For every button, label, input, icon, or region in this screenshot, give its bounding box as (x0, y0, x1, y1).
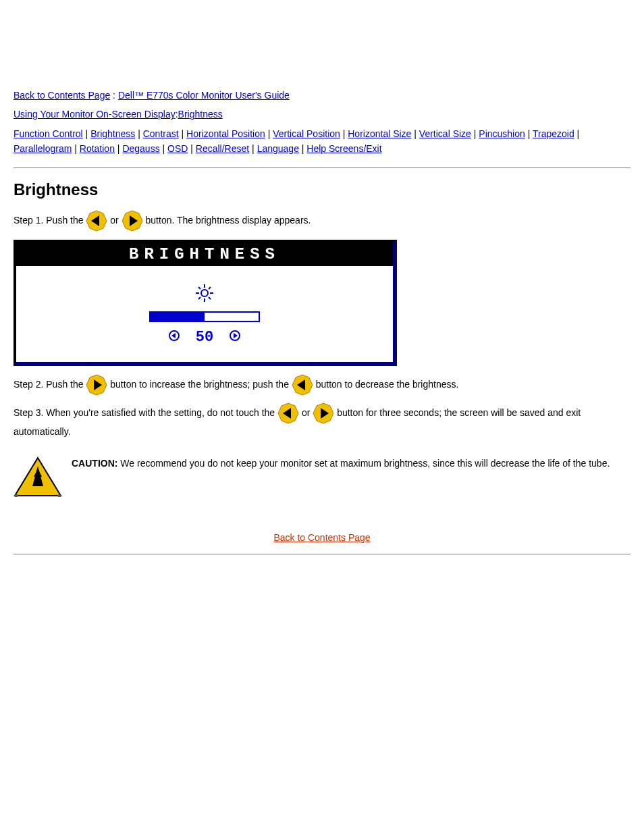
caution-block: CAUTION: We recommend you do not keep yo… (14, 457, 630, 498)
nav-link[interactable]: Horizontal Position (186, 128, 265, 139)
breadcrumb: Back to Contents Page : Dell™ E770s Colo… (14, 88, 630, 103)
step2-prefix: Step 2. Push the (14, 378, 86, 389)
nav-link[interactable]: Vertical Position (273, 128, 340, 139)
nav-link[interactable]: Pincushion (479, 128, 525, 139)
step1-suffix: button. The brightness display appears. (146, 214, 311, 225)
caution-text: CAUTION: We recommend you do not keep yo… (72, 457, 610, 472)
caution-label: CAUTION: (72, 458, 117, 469)
left-arrow-button-icon (292, 374, 313, 396)
nav-sep: | (249, 143, 257, 154)
osd-title: BRIGHTNESS (16, 242, 393, 266)
breadcrumb-sub-parent[interactable]: Using Your Monitor On-Screen Display (14, 109, 176, 120)
breadcrumb-sub-current[interactable]: Brightness (178, 109, 223, 120)
svg-line-10 (209, 297, 211, 299)
nav-sep: | (471, 128, 479, 139)
osd-progress-fill (151, 313, 205, 321)
step-2: Step 2. Push the button to increase the … (14, 374, 630, 396)
breadcrumb-current-link[interactable]: Dell™ E770s Color Monitor User's Guide (118, 90, 290, 101)
caution-triangle-icon (14, 457, 62, 498)
step-3: Step 3. When you're satisfied with the s… (14, 402, 630, 439)
right-arrow-button-icon (122, 210, 143, 232)
nav-link[interactable]: Contrast (143, 128, 179, 139)
nav-sep: | (179, 128, 186, 139)
breadcrumb-sep: : (110, 90, 118, 101)
nav-sep: | (72, 143, 79, 154)
nav-sep: | (265, 128, 273, 139)
nav-sep: | (160, 143, 167, 154)
breadcrumb-parent-link[interactable]: Back to Contents Page (14, 90, 110, 101)
nav-sep: | (574, 128, 580, 139)
osd-right-arrow-icon (230, 329, 240, 346)
nav-sep: | (411, 128, 419, 139)
nav-sep: | (299, 143, 306, 154)
osd-body: 50 (16, 266, 393, 362)
left-arrow-button-icon (277, 402, 299, 424)
nav-link[interactable]: Vertical Size (419, 128, 471, 139)
brightness-sun-icon (195, 284, 214, 305)
step1-mid: or (110, 214, 121, 225)
divider-top (14, 167, 630, 168)
osd-progress-bar (149, 311, 260, 322)
step3-a: Step 3. When you're satisfied with the s… (14, 407, 277, 417)
nav-sep: | (340, 128, 348, 139)
nav-sep: | (525, 128, 533, 139)
divider-bottom (14, 554, 630, 554)
svg-point-28 (14, 494, 18, 497)
step2-mid: button to increase the brightness; push … (110, 378, 292, 389)
nav-link[interactable]: Help Screens/Exit (306, 143, 381, 154)
nav-link[interactable]: Function Control (14, 128, 83, 139)
nav-link[interactable]: Trapezoid (533, 128, 574, 139)
nav-link[interactable]: Degauss (122, 143, 159, 154)
step3-mid: or (302, 407, 313, 417)
step2-suffix: button to decrease the brightness. (316, 378, 459, 389)
nav-link[interactable]: Horizontal Size (348, 128, 411, 139)
svg-line-9 (198, 287, 200, 289)
left-arrow-button-icon (86, 210, 107, 232)
svg-line-12 (198, 297, 200, 299)
back-to-contents-link[interactable]: Back to Contents Page (273, 532, 370, 543)
nav-link[interactable]: OSD (167, 143, 188, 154)
right-arrow-button-icon (86, 374, 107, 396)
osd-value-row: 50 (169, 329, 240, 346)
nav-link[interactable]: Rotation (80, 143, 115, 154)
nav-links: Function Control | Brightness | Contrast… (14, 126, 630, 157)
section-title: Brightness (14, 180, 630, 199)
svg-point-29 (57, 494, 61, 497)
osd-panel: BRIGHTNESS 50 (14, 240, 397, 366)
caution-body: We recommend you do not keep your monito… (117, 458, 610, 469)
breadcrumb-sub: Using Your Monitor On-Screen Display:Bri… (14, 107, 630, 122)
svg-line-11 (209, 287, 211, 289)
step1-prefix: Step 1. Push the (14, 214, 86, 225)
nav-sep: | (115, 143, 122, 154)
back-to-contents-bottom: Back to Contents Page (14, 532, 630, 543)
right-arrow-button-icon (313, 402, 334, 424)
nav-sep: | (188, 143, 195, 154)
nav-link[interactable]: Parallelogram (14, 143, 72, 154)
nav-sep: | (83, 128, 90, 139)
nav-sep: | (135, 128, 142, 139)
svg-marker-14 (171, 333, 176, 338)
svg-point-4 (201, 290, 208, 296)
nav-link[interactable]: Brightness (90, 128, 135, 139)
nav-link[interactable]: Recall/Reset (196, 143, 249, 154)
svg-marker-16 (234, 333, 238, 338)
nav-link[interactable]: Language (257, 143, 299, 154)
osd-left-arrow-icon (169, 329, 180, 346)
osd-value: 50 (196, 329, 213, 346)
step-1: Step 1. Push the or button. The brightne… (14, 210, 630, 232)
